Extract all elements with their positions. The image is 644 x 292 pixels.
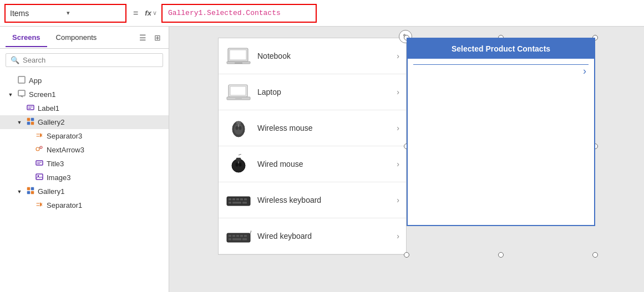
tree-label-gallery2: Gallery2 xyxy=(38,118,64,126)
product-image-wireless-mouse xyxy=(225,117,252,139)
product-gallery[interactable]: Notebook › Laptop › Wireless mouse xyxy=(218,38,407,255)
chevron-notebook: › xyxy=(397,52,399,60)
tree-label-sep3: Separator3 xyxy=(47,132,82,140)
svg-rect-55 xyxy=(232,202,241,204)
formula-text: Gallery1.Selected.Contacts xyxy=(168,9,281,17)
list-view-icon[interactable]: ☰ xyxy=(137,32,149,43)
svg-rect-19 xyxy=(36,174,43,180)
tree-item-title3[interactable]: Title3 xyxy=(0,157,169,171)
svg-rect-49 xyxy=(229,198,231,201)
svg-point-46 xyxy=(239,163,242,167)
canvas-area: Notebook › Laptop › Wireless mouse xyxy=(169,27,644,292)
fx-chevron[interactable]: ∨ xyxy=(153,9,157,17)
tab-components[interactable]: Components xyxy=(49,29,104,47)
product-name-wireless-keyboard: Wireless keyboard xyxy=(257,196,391,204)
gallery-row-wired-keyboard[interactable]: Wired keyboard › xyxy=(219,218,406,254)
main-layout: Screens Components ☰ ⊞ 🔍 xyxy=(0,27,644,292)
handle-bc[interactable] xyxy=(498,252,504,258)
product-image-wired-keyboard xyxy=(225,225,252,247)
tree-label-screen1: Screen1 xyxy=(29,90,55,99)
svg-rect-44 xyxy=(236,158,241,161)
chevron-wireless-keyboard: › xyxy=(397,196,399,204)
left-panel: Screens Components ☰ ⊞ 🔍 xyxy=(0,27,169,292)
svg-rect-3 xyxy=(27,105,34,110)
gallery-row-wired-mouse[interactable]: Wired mouse › xyxy=(219,146,406,182)
gallery-row-laptop[interactable]: Laptop › xyxy=(219,74,406,110)
svg-point-45 xyxy=(236,163,239,167)
chevron-laptop: › xyxy=(397,88,399,96)
svg-rect-56 xyxy=(242,202,247,204)
title3-icon xyxy=(34,159,44,168)
screen1-icon xyxy=(17,90,27,99)
gallery-row-wireless-keyboard[interactable]: Wireless keyboard › xyxy=(219,182,406,218)
svg-rect-57 xyxy=(227,233,250,242)
svg-rect-48 xyxy=(227,197,250,206)
tree-item-separator1[interactable]: Separator1 xyxy=(0,198,169,212)
search-icon: 🔍 xyxy=(11,56,19,64)
product-image-notebook xyxy=(225,45,252,67)
nextarrow3-icon xyxy=(34,145,44,155)
chevron-wireless-mouse: › xyxy=(397,124,399,132)
gallery-row-notebook[interactable]: Notebook › xyxy=(219,38,406,74)
svg-rect-64 xyxy=(232,238,241,240)
formula-bar[interactable]: Gallery1.Selected.Contacts xyxy=(161,4,317,23)
tree-item-separator3[interactable]: Separator3 xyxy=(0,129,169,143)
grid-view-icon[interactable]: ⊞ xyxy=(152,32,163,43)
svg-rect-7 xyxy=(31,118,34,121)
fx-selector[interactable]: fx ∨ xyxy=(145,9,157,17)
contacts-arrow[interactable]: › xyxy=(583,65,586,77)
search-input[interactable] xyxy=(23,56,158,64)
separator1-icon xyxy=(34,201,44,210)
gallery1-icon xyxy=(26,187,36,196)
contacts-panel[interactable]: Selected Product Contacts › xyxy=(407,38,595,226)
svg-rect-52 xyxy=(240,198,243,201)
fx-icon: fx xyxy=(145,9,151,17)
handle-br[interactable] xyxy=(592,252,598,258)
svg-rect-53 xyxy=(244,198,247,201)
tree-label-label1: Label1 xyxy=(38,104,59,112)
tabs-icons: ☰ ⊞ xyxy=(137,32,163,43)
svg-rect-62 xyxy=(244,235,247,237)
svg-rect-31 xyxy=(235,63,242,64)
svg-rect-23 xyxy=(27,191,30,194)
svg-rect-6 xyxy=(27,118,30,121)
tree-item-app[interactable]: App xyxy=(0,74,169,88)
chevron-wired-mouse: › xyxy=(397,160,399,168)
tree-item-label1[interactable]: Label1 xyxy=(0,101,169,115)
tree: App ▼ Screen1 Label1 xyxy=(0,71,169,292)
svg-rect-65 xyxy=(242,238,247,240)
chevron-wired-keyboard: › xyxy=(397,232,399,240)
tree-item-nextarrow3[interactable]: NextArrow3 xyxy=(0,143,169,157)
tree-item-screen1[interactable]: ▼ Screen1 xyxy=(0,88,169,101)
tab-screens[interactable]: Screens xyxy=(6,29,47,47)
svg-point-40 xyxy=(236,126,239,130)
toolbar: Items ▾ = fx ∨ Gallery1.Selected.Contact… xyxy=(0,0,644,27)
svg-rect-22 xyxy=(31,187,34,190)
gallery-row-wireless-mouse[interactable]: Wireless mouse › xyxy=(219,110,406,146)
tree-item-image3[interactable]: Image3 xyxy=(0,171,169,185)
separator3-icon xyxy=(34,131,44,141)
property-selector[interactable]: Items ▾ xyxy=(4,4,126,23)
expand-gallery1[interactable]: ▼ xyxy=(16,189,23,194)
svg-rect-39 xyxy=(236,121,241,124)
product-name-wired-mouse: Wired mouse xyxy=(257,160,391,168)
image3-icon xyxy=(34,173,44,182)
tree-label-app: App xyxy=(29,76,42,85)
product-name-laptop: Laptop xyxy=(257,88,391,96)
tree-item-gallery2[interactable]: ▼ Gallery2 xyxy=(0,115,169,129)
expand-gallery2[interactable]: ▼ xyxy=(16,120,23,125)
equals-sign: = xyxy=(131,8,140,18)
property-chevron[interactable]: ▾ xyxy=(67,9,121,17)
tree-item-gallery1[interactable]: ▼ Gallery1 xyxy=(0,185,169,198)
svg-marker-27 xyxy=(40,202,42,207)
tree-label-next3: NextArrow3 xyxy=(47,146,84,154)
svg-rect-61 xyxy=(240,235,243,237)
product-image-wireless-keyboard xyxy=(225,189,252,211)
tree-label-gallery1: Gallery1 xyxy=(38,187,64,196)
tree-label-sep1: Separator1 xyxy=(47,201,82,209)
handle-bl[interactable] xyxy=(404,252,409,258)
svg-point-41 xyxy=(239,126,242,130)
product-image-laptop xyxy=(225,81,252,103)
product-name-wired-keyboard: Wired keyboard xyxy=(257,232,391,240)
expand-screen1[interactable]: ▼ xyxy=(7,92,14,98)
